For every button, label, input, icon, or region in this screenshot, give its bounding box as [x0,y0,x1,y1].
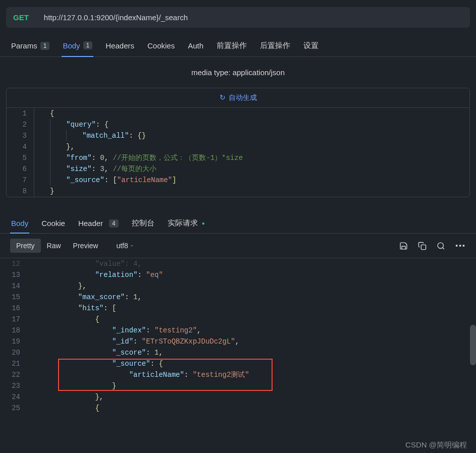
gutter-line: 1 [7,108,34,119]
gutter-line: 17 [0,314,27,325]
gutter-line: 23 [0,380,27,391]
tab-params-badge: 1 [40,42,50,50]
copy-icon[interactable] [418,242,427,250]
tab-auth-label: Auth [188,41,203,50]
request-url[interactable]: http://127.0.0.1:9200/{indexName}/_searc… [44,13,188,22]
more-icon[interactable]: ••• [455,242,466,250]
status-dot-icon: ● [202,220,205,226]
gutter-line: 18 [0,325,27,336]
gutter-line: 25 [0,403,27,414]
tab-settings[interactable]: 设置 [302,37,320,56]
tab-headers[interactable]: Headers [104,37,135,56]
resp-tab-body-label: Body [11,219,28,228]
request-bar: GET http://127.0.0.1:9200/{indexName}/_s… [6,7,470,28]
gutter-line: 13 [0,269,27,280]
auto-generate-button[interactable]: ↻自动生成 [7,88,469,108]
gutter-line: 19 [0,336,27,347]
resp-tab-header[interactable]: Header4 [77,215,120,233]
resp-tab-cookie[interactable]: Cookie [40,215,66,233]
gutter-line: 4 [7,141,34,152]
view-raw-button[interactable]: Raw [41,239,67,253]
svg-point-1 [438,243,443,248]
gutter-line: 16 [0,303,27,314]
gutter-line: 5 [7,152,34,163]
gutter-line: 14 [0,280,27,292]
resp-tab-header-label: Header [78,219,103,228]
svg-line-2 [443,247,444,249]
search-icon[interactable] [437,242,445,250]
watermark-label: CSDN @简明编程 [405,440,467,450]
tab-body-badge: 1 [83,41,93,49]
save-icon[interactable] [399,242,408,250]
tab-auth[interactable]: Auth [187,37,204,56]
tab-body[interactable]: Body 1 [62,37,93,57]
gutter-line: 21 [0,358,27,369]
resp-tab-body[interactable]: Body [10,215,29,234]
http-method[interactable]: GET [13,13,29,22]
response-code[interactable]: 12 "value": 4, 13 "relation": "eq" 14 },… [0,258,476,414]
tab-pre[interactable]: 前置操作 [216,37,248,56]
request-code[interactable]: 1{ 2"query": { 3"match_all": {} 4}, 5"fr… [7,108,469,197]
gutter-line: 24 [0,391,27,403]
tab-pre-label: 前置操作 [217,41,247,50]
auto-generate-label: 自动生成 [229,93,257,101]
gutter-line: 8 [7,186,34,197]
request-tabs: Params 1 Body 1 Headers Cookies Auth 前置操… [0,35,476,57]
tab-headers-label: Headers [105,41,134,50]
chevron-down-icon: › [129,245,135,247]
encoding-label: utf8 [116,242,128,250]
request-editor[interactable]: ↻自动生成 1{ 2"query": { 3"match_all": {} 4}… [6,88,470,197]
gutter-line: 2 [7,119,34,130]
refresh-icon: ↻ [220,93,226,101]
gutter-line: 22 [0,369,27,380]
tab-params[interactable]: Params 1 [10,37,50,56]
gutter-line: 7 [7,175,34,186]
gutter-line: 3 [7,130,34,141]
tab-body-label: Body [63,41,80,50]
response-tabs: Body Cookie Header4 控制台 实际请求● [0,197,476,234]
resp-tab-header-badge: 4 [109,219,119,228]
svg-rect-0 [421,245,426,249]
view-pretty-button[interactable]: Pretty [10,239,41,253]
scrollbar-thumb[interactable] [470,325,476,365]
gutter-line: 6 [7,163,34,175]
tab-settings-label: 设置 [303,41,319,50]
response-toolbar: Pretty Raw Preview utf8 › ••• [0,234,476,258]
gutter-line: 12 [0,258,27,269]
tab-params-label: Params [11,41,37,50]
resp-tab-actual[interactable]: 实际请求● [167,215,206,233]
media-type-label: media type: application/json [0,57,476,88]
resp-tab-console[interactable]: 控制台 [131,215,155,233]
encoding-dropdown[interactable]: utf8 › [116,242,133,250]
resp-tab-console-label: 控制台 [132,218,154,228]
view-preview-button[interactable]: Preview [67,239,104,253]
tab-post-label: 后置操作 [260,41,290,50]
resp-tab-actual-label: 实际请求 [168,218,198,228]
resp-tab-cookie-label: Cookie [41,219,65,228]
view-segment: Pretty Raw Preview [10,239,104,253]
tab-cookies[interactable]: Cookies [146,37,176,56]
tab-cookies-label: Cookies [147,41,175,50]
tab-post[interactable]: 后置操作 [259,37,291,56]
gutter-line: 15 [0,292,27,303]
gutter-line: 20 [0,347,27,358]
